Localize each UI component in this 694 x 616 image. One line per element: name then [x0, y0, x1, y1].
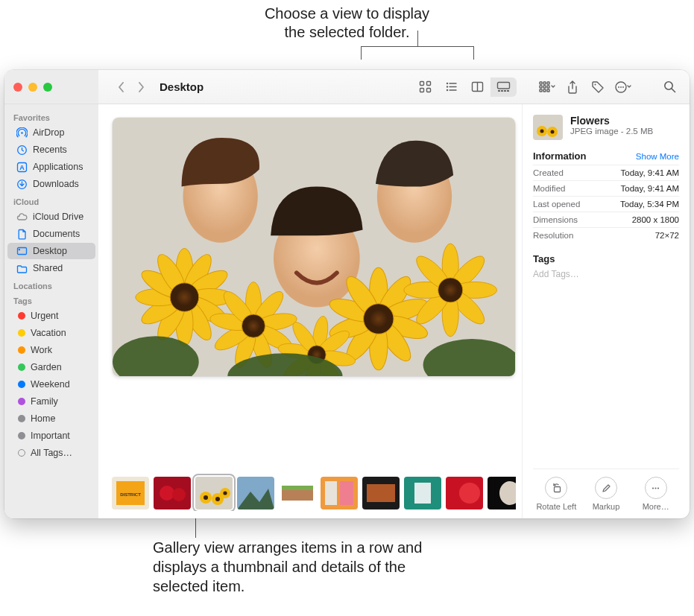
sidebar-item-icloud-drive[interactable]: iCloud Drive — [7, 209, 95, 225]
svg-rect-21 — [543, 86, 546, 88]
sidebar-item-label: Desktop — [33, 246, 67, 256]
tags-button[interactable] — [585, 77, 611, 97]
svg-rect-13 — [498, 90, 500, 92]
tag-dot-icon — [18, 432, 25, 439]
window-controls-area — [4, 70, 98, 104]
back-button[interactable] — [112, 77, 131, 97]
clock-icon — [16, 145, 28, 156]
sidebar-tag-family[interactable]: Family — [7, 393, 95, 410]
apps-icon: A — [16, 162, 28, 173]
toolbar: Desktop — [4, 70, 690, 104]
sidebar-tag-all[interactable]: All Tags… — [7, 445, 95, 461]
gallery-thumb[interactable] — [154, 477, 191, 509]
tag-icon — [591, 80, 605, 94]
sidebar-tag-home[interactable]: Home — [7, 410, 95, 427]
inspector-row-resolution: Resolution72×72 — [533, 227, 679, 243]
sidebar-item-label: Applications — [33, 162, 83, 172]
gallery-preview-image[interactable] — [113, 118, 515, 376]
svg-text:DISTRICT: DISTRICT — [120, 492, 141, 497]
group-menu-button[interactable] — [534, 77, 560, 97]
chevron-right-icon — [137, 82, 145, 92]
svg-rect-120 — [340, 481, 353, 505]
svg-point-140 — [657, 487, 659, 489]
gallery-thumb[interactable] — [362, 477, 400, 509]
sidebar-tag-work[interactable]: Work — [7, 342, 95, 358]
sidebar-section-locations[interactable]: Locations — [4, 277, 98, 292]
columns-icon — [471, 80, 484, 93]
svg-rect-132 — [533, 115, 563, 140]
svg-point-8 — [447, 90, 448, 91]
svg-rect-19 — [540, 89, 542, 92]
tag-dot-icon — [18, 346, 25, 354]
gallery-thumb-selected[interactable] — [195, 477, 233, 509]
inspector-kind-size: JPEG image - 2.5 MB — [570, 127, 653, 136]
svg-point-139 — [655, 487, 657, 489]
forward-button[interactable] — [131, 77, 151, 97]
share-icon — [567, 80, 578, 94]
view-icon-button[interactable] — [412, 77, 438, 97]
shared-folder-icon — [16, 263, 28, 274]
minimize-button[interactable] — [28, 83, 37, 92]
inspector-tags-heading: Tags — [533, 253, 555, 264]
gallery-thumb[interactable]: DISTRICT — [112, 477, 149, 509]
svg-rect-124 — [414, 483, 431, 504]
view-list-button[interactable] — [438, 77, 464, 97]
markup-icon — [601, 483, 612, 494]
gallery-thumb[interactable] — [279, 477, 316, 509]
cloud-icon — [16, 212, 28, 223]
list-icon — [445, 80, 458, 93]
sidebar-item-documents[interactable]: Documents — [7, 226, 95, 242]
sidebar-item-desktop[interactable]: Desktop — [7, 243, 95, 259]
inspector-action-more[interactable]: More… — [632, 477, 679, 511]
sidebar-tag-vacation[interactable]: Vacation — [7, 325, 95, 341]
svg-point-136 — [551, 130, 555, 134]
svg-rect-39 — [19, 249, 20, 250]
inspector-thumbnail — [533, 115, 563, 140]
sidebar-item-applications[interactable]: A Applications — [7, 159, 95, 175]
desktop-icon — [16, 246, 28, 257]
sidebar-tag-important[interactable]: Important — [7, 428, 95, 444]
gallery-thumb[interactable] — [488, 477, 516, 509]
inspector-show-more[interactable]: Show More — [636, 152, 679, 161]
svg-point-4 — [447, 83, 448, 84]
search-button[interactable] — [657, 77, 682, 97]
close-button[interactable] — [13, 83, 22, 92]
view-column-button[interactable] — [464, 77, 490, 97]
sidebar-tag-weekend[interactable]: Weekend — [7, 376, 95, 393]
gallery-thumb[interactable] — [321, 477, 358, 509]
more-menu-button[interactable] — [611, 77, 636, 97]
svg-point-29 — [620, 86, 622, 88]
svg-rect-3 — [427, 89, 431, 92]
inspector-action-rotate-left[interactable]: Rotate Left — [533, 477, 580, 511]
svg-rect-1 — [427, 82, 431, 86]
share-button[interactable] — [560, 77, 585, 97]
airdrop-icon — [16, 127, 28, 139]
svg-rect-14 — [501, 90, 503, 92]
gallery-thumb[interactable] — [446, 477, 483, 509]
svg-rect-24 — [547, 86, 549, 88]
rotate-left-icon — [551, 483, 562, 494]
gallery-icon — [496, 81, 511, 92]
gallery-thumbnail-strip[interactable]: DISTRICT — [112, 471, 516, 511]
sidebar-item-downloads[interactable]: Downloads — [7, 176, 95, 192]
svg-rect-0 — [420, 82, 424, 86]
view-gallery-button[interactable] — [490, 77, 517, 97]
svg-rect-17 — [540, 82, 542, 84]
inspector-action-markup[interactable]: Markup — [583, 477, 630, 511]
svg-rect-20 — [543, 82, 546, 84]
sidebar-item-airdrop[interactable]: AirDrop — [7, 124, 95, 141]
svg-rect-137 — [554, 486, 560, 492]
document-icon — [16, 229, 28, 240]
maximize-button[interactable] — [43, 83, 52, 92]
svg-rect-23 — [547, 82, 549, 84]
svg-rect-18 — [540, 86, 542, 88]
svg-point-105 — [172, 488, 186, 501]
download-icon — [16, 179, 28, 190]
sidebar-tag-garden[interactable]: Garden — [7, 359, 95, 375]
sidebar-item-shared[interactable]: Shared — [7, 260, 95, 276]
sidebar-item-recents[interactable]: Recents — [7, 142, 95, 158]
sidebar-tag-urgent[interactable]: Urgent — [7, 308, 95, 324]
inspector-add-tags[interactable]: Add Tags… — [533, 267, 679, 279]
gallery-thumb[interactable] — [404, 477, 441, 509]
gallery-thumb[interactable] — [237, 477, 274, 509]
